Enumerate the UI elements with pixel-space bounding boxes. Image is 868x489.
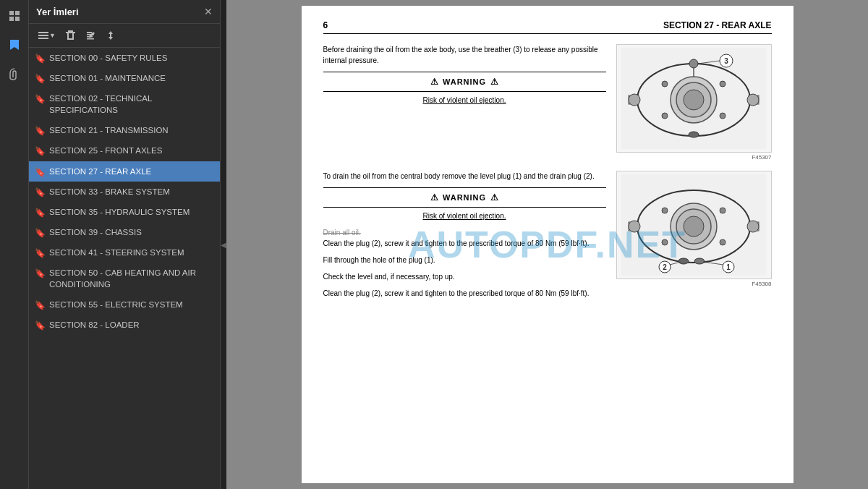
svg-point-45 bbox=[678, 258, 689, 264]
svg-rect-2 bbox=[9, 17, 14, 21]
section2-text6: Clean the plug (2), screw it and tighten… bbox=[323, 288, 606, 299]
bookmark-label: SECTION 35 - HYDRAULIC SYSTEM bbox=[49, 206, 214, 218]
warning-label-2: WARNING bbox=[443, 192, 486, 204]
bookmark-label: SECTION 33 - BRAKE SYSTEM bbox=[49, 186, 214, 197]
svg-rect-5 bbox=[38, 35, 48, 36]
bookmark-marker-icon: 🔖 bbox=[35, 125, 45, 135]
expand-all-button[interactable]: ▼ bbox=[35, 29, 59, 42]
bookmark-item-s25[interactable]: 🔖 SECTION 25 - FRONT AXLES bbox=[29, 140, 220, 161]
svg-point-31 bbox=[689, 132, 699, 137]
svg-point-40 bbox=[747, 221, 759, 232]
warning-block-1: ⚠ WARNING ⚠ Risk of violent oil ejection… bbox=[323, 72, 606, 106]
bookmark-item-s00[interactable]: 🔖 SECTION 00 - SAFETY RULES bbox=[29, 48, 220, 68]
svg-rect-3 bbox=[15, 17, 20, 21]
image-caption-2: F45308 bbox=[616, 281, 772, 287]
svg-point-17 bbox=[684, 90, 704, 110]
axle-svg-1: 3 bbox=[621, 48, 766, 149]
delete-bookmark-button[interactable] bbox=[62, 28, 79, 43]
bookmark-marker-icon: 🔖 bbox=[35, 268, 45, 278]
svg-rect-12 bbox=[110, 33, 111, 38]
svg-rect-0 bbox=[9, 11, 14, 15]
svg-rect-6 bbox=[38, 38, 48, 39]
bookmarks-list: 🔖 SECTION 00 - SAFETY RULES 🔖 SECTION 01… bbox=[29, 48, 220, 489]
svg-point-21 bbox=[747, 94, 759, 106]
bookmark-item-s82[interactable]: 🔖 SECTION 82 - LOADER bbox=[29, 315, 220, 335]
bookmark-item-s33[interactable]: 🔖 SECTION 33 - BRAKE SYSTEM bbox=[29, 182, 220, 202]
bookmark-label: SECTION 50 - CAB HEATING AND AIR CONDITI… bbox=[49, 267, 214, 290]
warning-block-2: ⚠ WARNING ⚠ Risk of violent oil ejection… bbox=[323, 187, 606, 221]
section2-crossed-text: Drain all oil. bbox=[323, 227, 606, 238]
svg-point-41 bbox=[662, 208, 668, 213]
warning-triangle-icon-3: ⚠ bbox=[430, 191, 438, 204]
bookmark-label: SECTION 41 - STEERING SYSTEM bbox=[49, 247, 214, 258]
bookmarks-header: Yer İmleri ✕ bbox=[29, 0, 220, 24]
bookmark-sidebar-icon[interactable] bbox=[4, 35, 25, 55]
svg-point-46 bbox=[694, 258, 705, 264]
bookmark-item-s39[interactable]: 🔖 SECTION 39 - CHASSIS bbox=[29, 222, 220, 242]
bookmark-marker-icon: 🔖 bbox=[35, 166, 45, 177]
rename-bookmark-button[interactable] bbox=[82, 28, 99, 43]
left-toolbar bbox=[0, 0, 29, 489]
image-area-1: 3 F45307 bbox=[616, 44, 772, 161]
svg-point-27 bbox=[662, 81, 668, 87]
bookmark-item-s50[interactable]: 🔖 SECTION 50 - CAB HEATING AND AIR CONDI… bbox=[29, 263, 220, 294]
svg-point-43 bbox=[662, 239, 668, 245]
bookmark-item-s41[interactable]: 🔖 SECTION 41 - STEERING SYSTEM bbox=[29, 242, 220, 263]
bookmark-marker-icon: 🔖 bbox=[35, 53, 45, 63]
bookmark-marker-icon: 🔖 bbox=[35, 73, 45, 83]
bookmark-item-s02[interactable]: 🔖 SECTION 02 - TECHNICAL SPECIFICATIONS bbox=[29, 88, 220, 120]
bookmark-marker-icon: 🔖 bbox=[35, 320, 45, 330]
svg-rect-7 bbox=[66, 32, 75, 33]
bookmark-label: SECTION 39 - CHASSIS bbox=[49, 226, 214, 238]
pdf-viewer: AUTOPDF.NET 6 SECTION 27 - REAR AXLE Bef… bbox=[226, 0, 868, 489]
bookmark-item-s01[interactable]: 🔖 SECTION 01 - MAINTENANCE bbox=[29, 68, 220, 88]
section1-text1: Before draining the oil from the axle bo… bbox=[323, 44, 606, 66]
pages-icon[interactable] bbox=[4, 6, 25, 26]
image-area-2: 2 1 F45308 bbox=[616, 171, 772, 305]
svg-text:1: 1 bbox=[726, 263, 731, 271]
svg-point-30 bbox=[720, 113, 726, 119]
close-panel-button[interactable]: ✕ bbox=[204, 6, 213, 17]
svg-point-29 bbox=[662, 113, 668, 119]
svg-point-39 bbox=[629, 221, 640, 232]
section2-text5: Check the level and, if necessary, top u… bbox=[323, 271, 606, 282]
bookmark-marker-icon: 🔖 bbox=[35, 207, 45, 217]
bookmark-item-s35[interactable]: 🔖 SECTION 35 - HYDRAULIC SYSTEM bbox=[29, 202, 220, 222]
page-header: 6 SECTION 27 - REAR AXLE bbox=[323, 20, 772, 34]
risk-text-2: Risk of violent oil ejection. bbox=[323, 211, 606, 221]
svg-text:2: 2 bbox=[663, 263, 667, 271]
axle-image-1: 3 bbox=[616, 44, 772, 153]
svg-rect-8 bbox=[68, 30, 73, 32]
bookmark-marker-icon: 🔖 bbox=[35, 247, 45, 258]
bookmark-label: SECTION 55 - ELECTRIC SYSTEM bbox=[49, 299, 214, 310]
bookmark-marker-icon: 🔖 bbox=[35, 145, 45, 156]
warning-triangle-icon-4: ⚠ bbox=[490, 191, 498, 204]
bookmark-label: SECTION 25 - FRONT AXLES bbox=[49, 145, 214, 156]
move-bookmark-button[interactable] bbox=[102, 28, 119, 43]
axle-svg-2: 2 1 bbox=[621, 174, 766, 276]
bookmark-item-s55[interactable]: 🔖 SECTION 55 - ELECTRIC SYSTEM bbox=[29, 294, 220, 315]
panel-resize-handle[interactable]: ◀ bbox=[221, 0, 226, 489]
svg-point-44 bbox=[720, 239, 726, 245]
bookmark-label: SECTION 00 - SAFETY RULES bbox=[49, 52, 214, 64]
bookmarks-toolbar: ▼ bbox=[29, 24, 220, 48]
warning-triangle-icon-2: ⚠ bbox=[490, 75, 498, 88]
bookmark-item-s27[interactable]: 🔖 SECTION 27 - REAR AXLE bbox=[29, 161, 220, 182]
svg-point-28 bbox=[720, 81, 726, 87]
section2-text1: To drain the oil from the central body r… bbox=[323, 171, 606, 182]
bookmarks-panel: Yer İmleri ✕ ▼ bbox=[29, 0, 221, 489]
svg-rect-10 bbox=[72, 33, 74, 39]
bookmark-marker-icon: 🔖 bbox=[35, 187, 45, 197]
bookmark-label: SECTION 82 - LOADER bbox=[49, 319, 214, 331]
svg-point-42 bbox=[720, 208, 726, 213]
bookmark-marker-icon: 🔖 bbox=[35, 227, 45, 237]
attachment-sidebar-icon[interactable] bbox=[4, 64, 25, 84]
bookmark-item-s21[interactable]: 🔖 SECTION 21 - TRANSMISSION bbox=[29, 120, 220, 140]
bookmark-label: SECTION 21 - TRANSMISSION bbox=[49, 124, 214, 136]
warning-label-1: WARNING bbox=[443, 76, 486, 88]
axle-image-2: 2 1 bbox=[616, 171, 772, 279]
svg-text:3: 3 bbox=[724, 57, 728, 65]
svg-point-36 bbox=[684, 216, 704, 237]
svg-rect-4 bbox=[38, 32, 48, 33]
bookmark-label: SECTION 01 - MAINTENANCE bbox=[49, 72, 214, 84]
